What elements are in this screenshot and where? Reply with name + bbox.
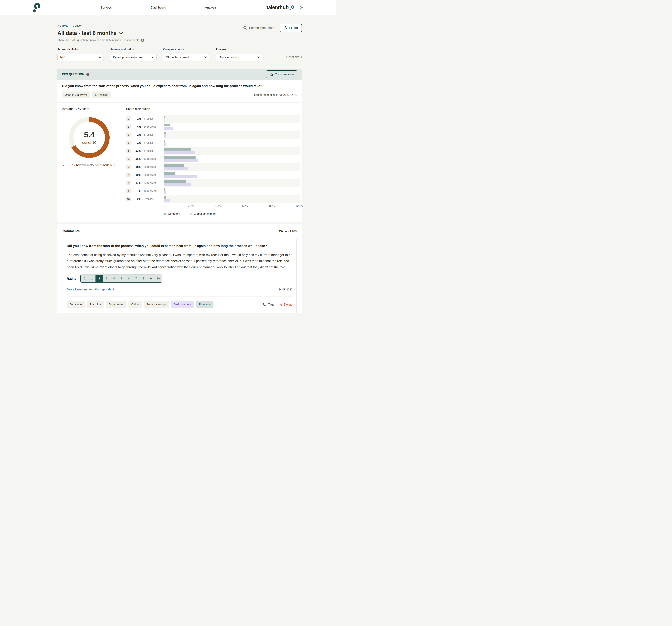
comment-tag[interactable]: Bad comment bbox=[171, 301, 194, 308]
see-all-answers-link[interactable]: See all answers from this repondent bbox=[67, 288, 114, 291]
score-percent: 2% bbox=[133, 197, 141, 201]
comment-tag[interactable]: Department bbox=[106, 301, 126, 308]
benchmark-bar bbox=[164, 175, 197, 178]
tags-action[interactable]: Tags bbox=[263, 303, 274, 306]
distribution-row: 102%(6 replies) bbox=[126, 195, 297, 203]
company-bar bbox=[164, 116, 165, 119]
legend-dot-icon bbox=[190, 213, 192, 215]
axis-tick-label: 0 bbox=[164, 204, 165, 208]
rating-option-0[interactable]: 0 bbox=[81, 275, 88, 282]
average-score-title: Average CPS score bbox=[62, 107, 126, 111]
distribution-row: 91%(16 replies) bbox=[126, 187, 297, 195]
score-percent: 26% bbox=[133, 157, 141, 160]
rating-option-5[interactable]: 5 bbox=[118, 275, 125, 282]
chevron-down-icon bbox=[257, 56, 260, 58]
search-comments[interactable]: Search comments bbox=[243, 26, 274, 30]
company-bar bbox=[164, 196, 166, 199]
bars-cell bbox=[164, 115, 297, 123]
bars-cell bbox=[164, 171, 297, 179]
chart-legend: CompanyGlobal benchmark bbox=[164, 212, 297, 221]
benchmark-bar bbox=[164, 159, 198, 162]
score-chip: 3 bbox=[126, 141, 130, 145]
cps-info-icon[interactable]: i bbox=[86, 73, 90, 76]
bars-cell bbox=[164, 131, 297, 139]
reset-filters-link[interactable]: Reset filters bbox=[286, 55, 302, 59]
nav-item-surveys[interactable]: Surveys bbox=[101, 0, 112, 15]
info-icon[interactable]: i bbox=[141, 39, 144, 42]
donut-score-value: 5.4 bbox=[84, 130, 95, 139]
score-replies: (16 replies) bbox=[143, 190, 164, 193]
score-chip: 5 bbox=[126, 157, 130, 161]
filter-group: Compare score toGlobal benchmark bbox=[163, 48, 209, 61]
export-button[interactable]: Export bbox=[280, 24, 302, 32]
rating-option-1[interactable]: 1 bbox=[88, 275, 95, 282]
rating-option-4[interactable]: 4 bbox=[110, 275, 118, 282]
score-chip: 4 bbox=[126, 149, 130, 153]
chevron-down-icon bbox=[99, 56, 101, 58]
legend-dot-icon bbox=[164, 213, 166, 215]
score-replies: (33 replies) bbox=[143, 181, 164, 184]
distribution-row: 14%(14 replies) bbox=[126, 123, 297, 131]
comment-tag[interactable]: Rejection bbox=[196, 301, 214, 308]
legend-label: Company bbox=[168, 212, 180, 216]
title-chevron-down-icon[interactable] bbox=[119, 32, 123, 34]
legend-item: Company bbox=[164, 212, 180, 216]
score-replies: (3 replies) bbox=[143, 149, 164, 152]
rating-option-7[interactable]: 7 bbox=[133, 275, 140, 282]
cps-question-header: CPS QUESTION i Copy question bbox=[57, 69, 302, 80]
bars-cell bbox=[164, 163, 297, 171]
company-bar bbox=[164, 140, 165, 143]
distribution-row: 31%(4 replies) bbox=[126, 139, 297, 147]
nav-item-dashboard[interactable]: Dashboard bbox=[151, 0, 166, 15]
comment-tag[interactable]: Recruiter bbox=[87, 301, 104, 308]
axis-tick-label: 20% bbox=[188, 204, 194, 208]
rating-option-3[interactable]: 3 bbox=[103, 275, 110, 282]
benchmark-bar bbox=[164, 119, 165, 122]
filter-value: Development over time bbox=[113, 56, 143, 59]
company-bar bbox=[164, 188, 165, 191]
distribution-row: 618%(25 replies) bbox=[126, 163, 297, 171]
legend-item: Global benchmark bbox=[190, 212, 216, 216]
benchmark-delta: 1.2% bbox=[68, 164, 75, 167]
rating-label: Rating: bbox=[67, 277, 77, 280]
filter-select[interactable]: NPS bbox=[57, 53, 104, 61]
score-percent: 10% bbox=[133, 173, 141, 177]
filter-group: Score visualizationDevelopment over time bbox=[110, 48, 157, 61]
axis-tick-label: 80% bbox=[269, 204, 275, 208]
score-replies: (12 replies) bbox=[143, 157, 164, 160]
distribution-row: 423%(3 replies) bbox=[126, 147, 297, 155]
comment-card: Did you know from the start of the proce… bbox=[63, 239, 297, 313]
filter-label: Compare score to bbox=[163, 48, 209, 51]
copy-question-button[interactable]: Copy question bbox=[266, 70, 297, 78]
rating-option-10[interactable]: 10 bbox=[154, 275, 162, 282]
filter-select[interactable]: Question cards bbox=[216, 53, 262, 61]
distribution-row: 526%(12 replies) bbox=[126, 155, 297, 163]
talenthub-wordmark: talenthub bbox=[266, 5, 294, 10]
rating-option-6[interactable]: 6 bbox=[125, 275, 133, 282]
rating-option-2[interactable]: 2 bbox=[95, 275, 103, 282]
question-badge: 178 replies bbox=[92, 92, 111, 98]
rating-option-9[interactable]: 9 bbox=[147, 275, 154, 282]
comment-tag[interactable]: Job stage bbox=[67, 301, 85, 308]
score-percent: 17% bbox=[133, 181, 141, 185]
filter-select[interactable]: Development over time bbox=[110, 53, 157, 61]
benchmark-note: 1.2% below industry benchmark (6.6) bbox=[63, 164, 126, 167]
score-chip: 6 bbox=[126, 165, 130, 169]
nav-item-analysis[interactable]: Analysis bbox=[205, 0, 217, 15]
score-replies: (4 replies) bbox=[143, 117, 164, 120]
legend-label: Global benchmark bbox=[194, 212, 216, 216]
score-percent: 2% bbox=[133, 133, 141, 136]
settings-gear-icon[interactable]: ⚙ bbox=[299, 5, 304, 10]
comment-tag[interactable]: Source strategy bbox=[144, 301, 169, 308]
rating-option-8[interactable]: 8 bbox=[140, 275, 147, 282]
filter-value: Global benchmark bbox=[166, 56, 190, 59]
benchmark-bar bbox=[164, 183, 191, 186]
score-percent: 1% bbox=[133, 117, 141, 120]
preview-header: ACTIVE PREVIEW All data - last 6 months … bbox=[57, 15, 302, 42]
comment-tag[interactable]: Office bbox=[128, 301, 142, 308]
axis-tick-label: 100% bbox=[295, 204, 303, 208]
filter-select[interactable]: Global benchmark bbox=[163, 53, 209, 61]
bars-cell bbox=[164, 155, 297, 163]
top-navigation: SurveysDashboardAnalysis talenthub ⚙ bbox=[0, 0, 336, 15]
delete-action[interactable]: Delete bbox=[279, 303, 292, 306]
